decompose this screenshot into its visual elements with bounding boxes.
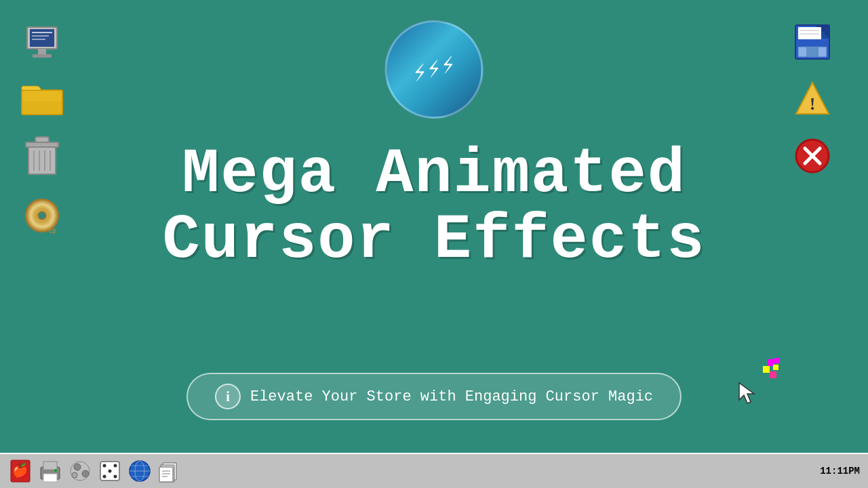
svg-rect-26 (806, 47, 818, 57)
svg-rect-11 (28, 147, 56, 174)
svg-marker-38 (739, 383, 754, 403)
svg-point-17 (38, 211, 46, 220)
svg-rect-5 (38, 49, 46, 54)
cd-icon[interactable]: CD (20, 191, 64, 235)
left-icon-panel: CD (20, 20, 64, 235)
cursor-area (719, 346, 780, 407)
svg-rect-9 (35, 137, 49, 142)
svg-rect-33 (763, 366, 770, 373)
svg-point-53 (114, 464, 117, 468)
taskbar-clock: 11:11PM (820, 466, 860, 476)
svg-rect-43 (43, 474, 57, 482)
svg-rect-10 (26, 142, 58, 147)
error-icon[interactable] (791, 134, 834, 178)
svg-rect-8 (22, 101, 62, 115)
taskbar-network-icon[interactable] (68, 459, 92, 483)
svg-rect-42 (43, 462, 57, 470)
taskbar-dice-icon[interactable] (98, 459, 122, 483)
main-title: Mega Animated Cursor Effects (129, 142, 739, 273)
svg-text:CD: CD (49, 228, 56, 235)
info-icon: i (215, 384, 241, 409)
trash-icon[interactable] (20, 134, 64, 178)
taskbar-icons: 🍎 (8, 459, 182, 483)
svg-point-46 (74, 464, 81, 470)
app-logo: ⚡⚡⚡ (385, 20, 484, 119)
svg-rect-1 (30, 29, 54, 47)
svg-rect-6 (33, 54, 52, 58)
svg-rect-62 (159, 467, 173, 482)
taskbar-globe-icon[interactable] (127, 459, 152, 483)
svg-point-44 (54, 469, 57, 472)
taskbar-papers-icon[interactable] (157, 459, 182, 483)
svg-point-54 (103, 475, 106, 479)
svg-point-48 (72, 472, 77, 478)
svg-text:🍎: 🍎 (12, 462, 29, 479)
right-icon-panel: ! (791, 20, 834, 178)
folder-icon[interactable] (20, 77, 64, 121)
svg-point-52 (114, 475, 117, 479)
svg-text:!: ! (810, 94, 816, 114)
svg-rect-37 (774, 358, 780, 363)
info-banner[interactable]: i Elevate Your Store with Engaging Curso… (186, 373, 682, 420)
svg-point-51 (108, 470, 112, 473)
taskbar-apple-icon[interactable]: 🍎 (8, 459, 33, 483)
svg-rect-35 (770, 371, 776, 378)
main-title-container: Mega Animated Cursor Effects (129, 142, 739, 273)
floppy-disk-icon[interactable] (791, 20, 834, 64)
svg-point-47 (82, 470, 89, 477)
title-line2: Cursor Effects (163, 205, 706, 276)
cursor-svg (719, 346, 787, 413)
svg-rect-36 (773, 365, 778, 370)
svg-point-50 (103, 464, 106, 468)
info-banner-text: Elevate Your Store with Engaging Cursor … (250, 388, 653, 405)
taskbar-printer-icon[interactable] (38, 459, 62, 483)
warning-icon[interactable]: ! (791, 77, 834, 121)
title-line1: Mega Animated (182, 139, 686, 210)
computer-icon[interactable] (20, 20, 64, 64)
taskbar: 🍎 (0, 453, 868, 488)
logo-svg: ⚡⚡⚡ (397, 33, 471, 107)
logo-symbol: ⚡⚡⚡ (409, 51, 458, 89)
